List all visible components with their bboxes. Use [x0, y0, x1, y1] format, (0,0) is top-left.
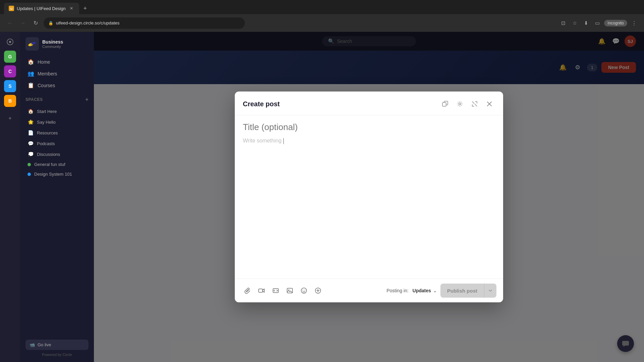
modal-body[interactable]: Write something — [235, 115, 503, 279]
sidebar-courses-label: Courses — [38, 83, 55, 88]
publish-post-btn[interactable]: Publish post — [440, 284, 484, 298]
say-hello-icon: 🌟 — [28, 119, 34, 125]
tab-favicon: U — [9, 6, 14, 11]
community-label: Community — [42, 45, 63, 49]
start-here-icon: 🏠 — [28, 108, 34, 114]
attachment-btn[interactable] — [241, 285, 254, 297]
svg-point-15 — [303, 290, 303, 291]
discussions-label: Discussions — [37, 152, 60, 157]
svg-point-14 — [301, 288, 307, 293]
settings-btn[interactable] — [454, 98, 466, 110]
sidebar-item-members[interactable]: 👥 Members — [22, 68, 92, 79]
address-bar[interactable]: 🔒 uifeed-design.circle.so/c/updates — [44, 17, 245, 29]
b-community-avatar[interactable]: B — [4, 95, 16, 107]
lock-icon: 🔒 — [48, 21, 53, 25]
g-community-avatar[interactable]: G — [4, 51, 16, 63]
design-system-label: Design System 101 — [34, 172, 72, 177]
modal-footer: Posting in: Updates ⌄ Publish post — [235, 279, 503, 302]
video-btn[interactable] — [256, 285, 268, 297]
add-space-btn[interactable]: + — [85, 97, 89, 103]
resources-label: Resources — [37, 130, 58, 135]
text-cursor — [283, 138, 284, 144]
design-system-dot-icon — [28, 173, 31, 176]
general-dot-icon — [28, 163, 31, 166]
sidebar-item-design-system[interactable]: Design System 101 — [22, 169, 92, 179]
home-rail-icon[interactable] — [4, 36, 16, 48]
download-icon[interactable]: ⬇ — [581, 18, 591, 28]
sidebar-item-discussions[interactable]: 💭 Discussions — [22, 149, 92, 160]
publish-dropdown-btn[interactable] — [484, 284, 496, 298]
posting-in-dropdown[interactable]: Posting in: Updates ⌄ — [387, 288, 437, 293]
start-here-label: Start Here — [37, 109, 57, 114]
browser-tab[interactable]: U Updates | UIFeed Design ✕ — [4, 3, 79, 14]
svg-point-16 — [305, 290, 305, 291]
community-name: Business — [42, 39, 63, 45]
tab-bar: U Updates | UIFeed Design ✕ + — [0, 0, 644, 14]
body-placeholder: Write something — [243, 138, 281, 143]
post-body-input[interactable]: Write something — [243, 138, 495, 272]
go-live-btn[interactable]: 📹 Go live — [25, 340, 89, 350]
say-hello-label: Say Hello — [37, 120, 56, 125]
sidebar-home-label: Home — [38, 59, 50, 65]
discussions-icon: 💭 — [28, 151, 34, 157]
resources-icon: 📄 — [28, 130, 34, 136]
sidebar-item-podcasts[interactable]: 💬 Podcasts — [22, 138, 92, 149]
add-more-btn[interactable] — [312, 285, 324, 297]
svg-point-13 — [288, 290, 289, 291]
close-modal-btn[interactable] — [484, 98, 495, 110]
sidebar-bottom: 📹 Go live Powered by Circle — [20, 336, 94, 362]
main-content: 🔍 Search 🔔 💬 SJ 🔔 ⚙ 1 New Post — [94, 32, 644, 362]
community-logo — [25, 37, 39, 51]
publish-btn-group: Publish post — [440, 284, 496, 298]
post-title-input[interactable] — [243, 122, 495, 132]
cast-icon[interactable]: ⊡ — [558, 18, 568, 28]
copy-link-btn[interactable] — [439, 98, 451, 110]
s-community-avatar[interactable]: S — [4, 80, 16, 92]
sidebar-item-home[interactable]: 🏠 Home — [22, 56, 92, 68]
address-text: uifeed-design.circle.so/c/updates — [56, 20, 119, 25]
forward-btn[interactable]: → — [18, 18, 28, 28]
back-btn[interactable]: ← — [5, 18, 15, 28]
window-icon[interactable]: ▭ — [593, 18, 602, 28]
modal-header: Create post — [235, 92, 503, 115]
sidebar-members-label: Members — [38, 71, 57, 76]
emoji-btn[interactable] — [298, 285, 310, 297]
tab-title: Updates | UIFeed Design — [17, 6, 66, 11]
footer-right: Posting in: Updates ⌄ Publish post — [387, 284, 497, 298]
bookmark-icon[interactable]: ☆ — [570, 18, 579, 28]
sidebar-item-resources[interactable]: 📄 Resources — [22, 127, 92, 138]
community-header: Business Community — [20, 35, 94, 55]
sidebar-item-general[interactable]: General fun stuf — [22, 160, 92, 169]
nav-bar: ← → ↻ 🔒 uifeed-design.circle.so/c/update… — [0, 14, 644, 32]
members-icon: 👥 — [28, 70, 34, 77]
go-live-label: Go live — [38, 342, 51, 347]
general-label: General fun stuf — [34, 162, 65, 167]
spaces-label: Spaces — [25, 97, 43, 102]
browser-chrome: U Updates | UIFeed Design ✕ + ← → ↻ 🔒 ui… — [0, 0, 644, 32]
podcasts-icon: 💬 — [28, 140, 34, 146]
sidebar-item-say-hello[interactable]: 🌟 Say Hello — [22, 117, 92, 127]
tab-close-btn[interactable]: ✕ — [68, 5, 74, 11]
modal-overlay[interactable]: Create post — [94, 32, 644, 362]
sidebar: Business Community 🏠 Home 👥 Members 📋 Co… — [20, 32, 94, 362]
c-community-avatar[interactable]: C — [4, 65, 16, 77]
sidebar-item-start-here[interactable]: 🏠 Start Here — [22, 106, 92, 117]
posting-in-chevron: ⌄ — [433, 288, 437, 293]
expand-btn[interactable] — [469, 98, 480, 110]
more-options-icon[interactable]: ⋮ — [629, 18, 639, 28]
svg-point-3 — [9, 41, 11, 43]
home-icon: 🏠 — [28, 59, 34, 65]
go-live-icon: 📹 — [30, 342, 35, 347]
image-btn[interactable] — [284, 285, 296, 297]
toolbar-actions — [241, 285, 324, 297]
svg-rect-10 — [259, 289, 263, 292]
code-btn[interactable] — [270, 285, 282, 297]
new-tab-btn[interactable]: + — [80, 4, 90, 13]
modal-header-actions — [439, 98, 495, 110]
app-container: G C S B + Business Community 🏠 Home — [0, 32, 644, 362]
add-community-btn[interactable]: + — [4, 112, 16, 124]
sidebar-item-courses[interactable]: 📋 Courses — [22, 79, 92, 91]
reload-btn[interactable]: ↻ — [31, 18, 40, 28]
spaces-nav: 🏠 Start Here 🌟 Say Hello 📄 Resources 💬 P… — [20, 105, 94, 180]
incognito-badge[interactable]: Incognito — [604, 20, 627, 26]
